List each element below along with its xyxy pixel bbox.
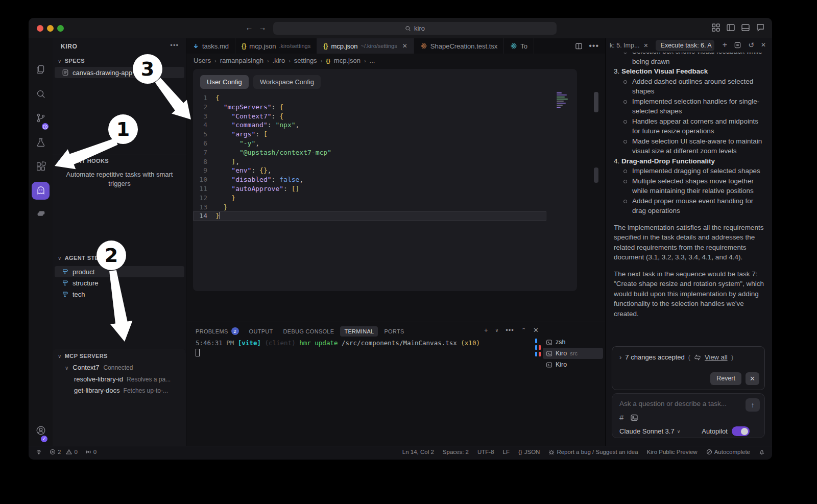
autopilot-toggle[interactable] [732, 426, 750, 436]
autocomplete-status[interactable]: Autocomplete [706, 449, 750, 455]
panel-more-icon[interactable]: ••• [506, 326, 514, 334]
terminal-item-zsh[interactable]: zsh [543, 337, 603, 348]
editor-tab-mcp.json[interactable]: {}mcp.json.kiro/settings [235, 38, 317, 54]
mcp-server-context7[interactable]: ∨ Context7 Connected [65, 364, 133, 371]
close-window-button[interactable] [37, 25, 43, 32]
history-icon[interactable]: ↺ [748, 41, 754, 49]
terminal-item-kiro[interactable]: Kirosrc [543, 348, 603, 359]
panel-tab-debug-console[interactable]: DEBUG CONSOLE [279, 326, 339, 337]
panel-tab-problems[interactable]: PROBLEMS2 [191, 325, 243, 337]
panel-tab-terminal[interactable]: TERMINAL [340, 326, 378, 337]
code-line[interactable]: 14} [193, 211, 546, 221]
breadcrumb-item[interactable]: .kiro [273, 57, 285, 64]
code-editor[interactable]: 1{2 "mcpServers": {3 "Context7": {4 "com… [193, 93, 577, 221]
revert-button[interactable]: Revert [710, 372, 741, 385]
chat-input[interactable]: Ask a question or describe a task... [619, 400, 727, 407]
close-tab-icon[interactable]: ✕ [643, 42, 648, 49]
breadcrumb-item[interactable]: ramanpalsingh [220, 57, 263, 64]
breadcrumb-item[interactable]: Users [194, 57, 211, 64]
kiro-preview-status[interactable]: Kiro Public Preview [647, 449, 698, 455]
code-line[interactable]: 5 "args": [ [193, 130, 577, 139]
ports-status[interactable]: 0 [85, 449, 97, 455]
indentation-status[interactable]: Spaces: 2 [443, 449, 469, 455]
editor-scrollbar[interactable] [594, 92, 598, 278]
forward-arrow-icon[interactable]: → [257, 23, 268, 32]
remote-indicator-icon[interactable] [36, 449, 42, 455]
breadcrumb-item[interactable]: mcp.json [334, 57, 361, 64]
code-line[interactable]: 10 "disabled": false, [193, 175, 577, 184]
code-line[interactable]: 2 "mcpServers": { [193, 103, 577, 112]
minimize-window-button[interactable] [47, 25, 54, 32]
language-mode-status[interactable]: {}JSON [518, 449, 540, 455]
command-search-input[interactable]: kiro [273, 22, 557, 35]
steering-item-tech[interactable]: tech [55, 289, 184, 300]
problems-status[interactable]: 2 0 [50, 449, 78, 455]
maximize-window-button[interactable] [57, 25, 64, 32]
steering-item-structure[interactable]: structure [55, 277, 184, 289]
chat-tab-task6[interactable]: Execute task: 6. A [656, 40, 714, 51]
editor-tab-tasks.md[interactable]: tasks.md [186, 38, 235, 54]
panel-tab-output[interactable]: OUTPUT [245, 326, 277, 337]
spec-item-canvas-drawing-app[interactable]: canvas-drawing-app [55, 67, 184, 78]
editor-tab-To[interactable]: To [504, 38, 534, 54]
mcp-servers-section-header[interactable]: ∨MCP SERVERS [58, 353, 108, 359]
layers-icon[interactable] [29, 204, 53, 225]
maximize-panel-icon[interactable]: ⌃ [521, 327, 526, 333]
more-actions-icon[interactable]: ••• [589, 41, 599, 51]
minimap[interactable] [557, 92, 570, 109]
send-button[interactable]: ↑ [746, 398, 760, 412]
steering-item-product[interactable]: product [55, 266, 184, 277]
breadcrumb-item[interactable]: settings [294, 57, 317, 64]
kiro-ghost-icon[interactable] [29, 180, 53, 201]
mcp-tool-resolve-library-id[interactable]: resolve-library-idResolves a pa... [74, 375, 182, 383]
feedback-status[interactable]: Report a bug / Suggest an idea [548, 449, 638, 455]
mcp-tool-get-library-docs[interactable]: get-library-docsFetches up-to-... [74, 387, 182, 394]
back-arrow-icon[interactable]: ← [244, 23, 254, 32]
code-line[interactable]: 12 } [193, 194, 577, 203]
expand-chevron-icon[interactable]: › [619, 353, 621, 361]
search-icon[interactable] [29, 84, 53, 104]
attach-image-icon[interactable] [630, 414, 638, 422]
view-all-link[interactable]: View all [705, 353, 728, 361]
dismiss-changes-button[interactable]: ✕ [746, 372, 759, 385]
panel-tab-ports[interactable]: PORTS [380, 326, 408, 337]
code-line[interactable]: 11 "autoApprove": [] [193, 184, 577, 194]
breadcrumb[interactable]: Users›ramanpalsingh›.kiro›settings›{}mcp… [194, 57, 375, 64]
code-line[interactable]: 3 "Context7": { [193, 112, 577, 121]
context-hash-icon[interactable]: # [619, 413, 623, 422]
breadcrumb-item[interactable]: ... [370, 57, 375, 64]
user-config-tab[interactable]: User Config [200, 75, 249, 89]
workspace-config-tab[interactable]: Workspace Config [253, 75, 321, 89]
code-line[interactable]: 8 ], [193, 157, 577, 166]
toggle-sidebar-icon[interactable] [726, 23, 735, 32]
code-line[interactable]: 6 "-y", [193, 139, 577, 148]
sidebar-more-icon[interactable]: ••• [170, 41, 179, 49]
chat-tab-task5[interactable]: k: 5. Imp... ✕ [610, 42, 648, 49]
terminal-item-kiro[interactable]: Kiro [543, 359, 603, 370]
specs-section-header[interactable]: ∨SPECS [58, 58, 85, 64]
chat-bubble-icon[interactable] [756, 23, 765, 32]
model-selector[interactable]: Claude Sonnet 3.7 [619, 427, 675, 435]
code-line[interactable]: 9 "env": {}, [193, 166, 577, 175]
code-line[interactable]: 1{ [193, 93, 577, 103]
new-terminal-icon[interactable]: + [484, 326, 488, 334]
terminal-dropdown-chevron-icon[interactable]: ∨ [495, 328, 499, 333]
close-tab-icon[interactable]: ✕ [402, 42, 407, 50]
close-panel-icon[interactable]: ✕ [533, 326, 539, 334]
customize-layout-icon[interactable] [711, 23, 720, 32]
code-line[interactable]: 4 "command": "npx", [193, 121, 577, 130]
task-list-icon[interactable] [734, 41, 741, 49]
editor-tab-mcp.json[interactable]: {}mcp.json~/.kiro/settings✕ [317, 38, 414, 54]
agent-hooks-section-header[interactable]: ∨AGENT HOOKS [58, 158, 109, 164]
code-line[interactable]: 7 "@upstash/context7-mcp" [193, 148, 577, 157]
encoding-status[interactable]: UTF-8 [477, 449, 494, 455]
eol-status[interactable]: LF [503, 449, 510, 455]
new-chat-icon[interactable]: + [723, 40, 727, 50]
close-panel-icon[interactable]: ✕ [761, 41, 766, 49]
cursor-position-status[interactable]: Ln 14, Col 2 [402, 449, 434, 455]
source-control-icon[interactable] [29, 108, 53, 128]
editor-tab-ShapeCreation.test.tsx[interactable]: ShapeCreation.test.tsx [414, 38, 504, 54]
toggle-panel-icon[interactable] [741, 23, 750, 32]
debug-flask-icon[interactable] [29, 132, 53, 153]
code-line[interactable]: 13 } [193, 203, 577, 212]
